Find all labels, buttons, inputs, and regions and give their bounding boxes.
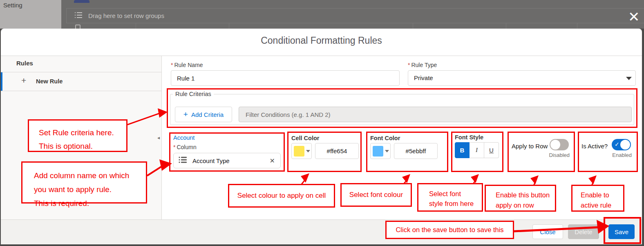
cell-color-hex-input[interactable] — [315, 143, 359, 159]
cell-color-label: Cell Color — [291, 135, 319, 141]
column-label-text: Column — [177, 144, 196, 150]
column-picker[interactable]: Account Type ✕ — [173, 153, 281, 168]
setting-label: Setting — [3, 2, 22, 9]
is-active-label: Is Active? — [581, 143, 608, 150]
grid-divider — [413, 23, 413, 29]
screen: Setting Drag here to set row groups ✕ Co… — [0, 0, 644, 246]
close-icon[interactable]: ✕ — [628, 10, 640, 24]
plus-icon: + — [21, 76, 26, 85]
rule-type-label-text: Rule Type — [411, 62, 437, 68]
background-grid-panel: Drag here to set row groups ✕ — [61, 0, 644, 29]
column-value: Account Type — [192, 157, 270, 164]
rule-type-select[interactable]: Private — [408, 70, 636, 86]
font-color-hex-input[interactable] — [394, 143, 438, 159]
required-asterisk: * — [408, 62, 410, 68]
apply-to-row-state: Disabled — [546, 152, 570, 158]
selected-indicator — [1, 72, 2, 91]
delete-button[interactable]: Delete — [568, 224, 599, 239]
new-rule-label: New Rule — [36, 78, 63, 85]
modal-title: Conditional Formatting Rules — [1, 35, 642, 46]
apply-to-row-toggle[interactable] — [550, 139, 569, 150]
font-color-label: Font Color — [370, 135, 400, 141]
rule-name-label-text: Rule Name — [174, 62, 203, 68]
filter-conditions-input[interactable] — [239, 107, 632, 122]
font-color-swatch — [373, 146, 383, 157]
is-active-state: Enabled — [608, 152, 632, 158]
bold-button[interactable]: B — [455, 142, 470, 158]
apply-to-row-label: Apply to Row — [512, 143, 548, 150]
chevron-down-icon — [626, 77, 632, 80]
is-active-toggle[interactable]: ✓ — [612, 139, 631, 150]
object-link-account[interactable]: Account — [173, 134, 195, 141]
underline-button[interactable]: U — [484, 142, 499, 158]
grid-divider — [229, 23, 229, 29]
add-criteria-button[interactable]: + Add Criteria — [175, 107, 232, 122]
font-style-group: B I U — [455, 142, 499, 158]
grid-divider — [136, 23, 136, 29]
required-asterisk: * — [173, 144, 175, 150]
chevron-down-icon — [385, 150, 389, 152]
rule-name-label: *Rule Name — [171, 62, 203, 68]
save-button[interactable]: Save — [608, 224, 635, 239]
italic-button[interactable]: I — [470, 142, 484, 158]
list-icon — [179, 156, 187, 165]
check-icon: ✓ — [615, 141, 619, 148]
background-settings-panel: Setting — [0, 0, 61, 29]
cell-color-swatch — [294, 146, 304, 157]
font-color-swatch-button[interactable] — [370, 143, 391, 159]
plus-icon: + — [183, 110, 188, 119]
add-criteria-label: Add Criteria — [191, 111, 224, 118]
background-tab — [74, 0, 89, 3]
grid-divider — [577, 23, 577, 29]
divider — [1, 91, 162, 91]
cell-color-swatch-button[interactable] — [291, 143, 312, 159]
rules-header: Rules — [16, 60, 33, 67]
row-groups-label: Drag here to set row groups — [88, 12, 164, 19]
chevron-down-icon — [306, 150, 310, 152]
grid-divider — [506, 23, 506, 29]
toggle-knob — [550, 140, 560, 150]
toggle-knob — [620, 140, 630, 150]
font-style-label: Font Style — [455, 134, 483, 141]
rule-criterias-legend: Rule Criterias — [173, 91, 214, 97]
clear-column-icon[interactable]: ✕ — [270, 157, 275, 165]
column-label: *Column — [173, 144, 197, 150]
close-button[interactable]: Close — [532, 224, 563, 239]
row-groups-icon — [75, 11, 82, 20]
collapse-panel-icon[interactable]: ◂ — [157, 135, 160, 141]
rule-name-input[interactable] — [171, 70, 400, 86]
required-asterisk: * — [171, 62, 173, 68]
rule-type-label: *Rule Type — [408, 62, 437, 68]
